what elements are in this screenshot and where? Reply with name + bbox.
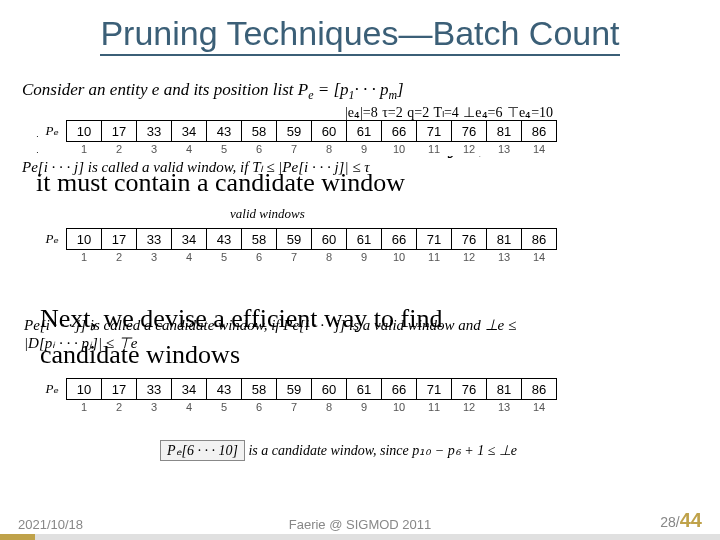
slide: Pruning Techniques—Batch Count Consider …: [0, 0, 720, 540]
slide-title: Pruning Techniques—Batch Count: [40, 14, 680, 53]
position-table-3: Pₑ10173334435859606166717681861234567891…: [38, 378, 557, 414]
consider-line: Consider an entity e and its position li…: [22, 80, 404, 103]
footer-page: 28/44: [660, 509, 702, 532]
bottom-bar: [35, 534, 720, 540]
valid-windows-label: valid windows: [230, 206, 305, 222]
caption-line: Pₑ[6 · · · 10] is a candidate window, si…: [160, 440, 517, 461]
candidate-line: candidate windows: [40, 340, 240, 370]
position-table-1: Pₑ10173334435859606166717681861234567891…: [38, 120, 557, 156]
position-table-2: Pₑ10173334435859606166717681861234567891…: [38, 228, 557, 264]
must-contain-line: it must contain a candidate window: [36, 168, 405, 198]
bottom-accent-bar: [0, 534, 35, 540]
footer-venue: Faerie @ SIGMOD 2011: [0, 517, 720, 532]
params-line: |e₄|=8 τ=2 q=2 Tₗ=4 ⊥e₄=6 ⊤e₄=10: [345, 104, 553, 121]
